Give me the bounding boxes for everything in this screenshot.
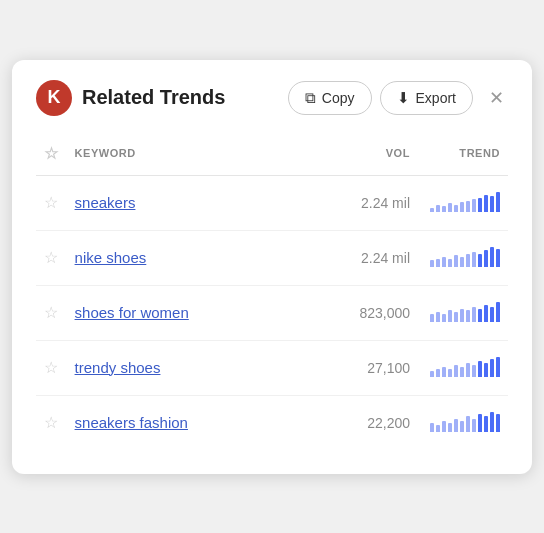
star-toggle[interactable]: ☆ (44, 414, 58, 431)
bar (430, 314, 434, 322)
card-title: Related Trends (82, 86, 225, 109)
keyword-link[interactable]: shoes for women (75, 304, 189, 321)
trend-chart (430, 355, 500, 377)
keyword-cell: shoes for women (67, 285, 318, 340)
col-header-keyword: KEYWORD (67, 136, 318, 176)
star-cell: ☆ (36, 340, 67, 395)
trend-chart (430, 245, 500, 267)
table-row: ☆shoes for women823,000 (36, 285, 508, 340)
bar (460, 367, 464, 377)
vol-cell: 823,000 (318, 285, 418, 340)
bar (496, 302, 500, 322)
star-toggle[interactable]: ☆ (44, 249, 58, 266)
copy-button[interactable]: ⧉ Copy (288, 81, 372, 115)
bar (484, 363, 488, 377)
bar (460, 202, 464, 212)
star-toggle[interactable]: ☆ (44, 194, 58, 211)
export-button[interactable]: ⬇ Export (380, 81, 473, 115)
table-row: ☆sneakers fashion22,200 (36, 395, 508, 450)
bar (496, 357, 500, 377)
bar (466, 254, 470, 267)
keyword-link[interactable]: sneakers fashion (75, 414, 188, 431)
vol-cell: 2.24 mil (318, 230, 418, 285)
keyword-cell: trendy shoes (67, 340, 318, 395)
keyword-cell: nike shoes (67, 230, 318, 285)
bar (430, 260, 434, 267)
bar (442, 421, 446, 432)
trend-cell (418, 230, 508, 285)
header-star-icon[interactable]: ☆ (44, 145, 59, 162)
star-toggle[interactable]: ☆ (44, 359, 58, 376)
bar (478, 198, 482, 212)
vol-cell: 27,100 (318, 340, 418, 395)
logo-avatar: K (36, 80, 72, 116)
bar (448, 369, 452, 377)
col-header-trend: TREND (418, 136, 508, 176)
bar (478, 254, 482, 267)
bar (466, 201, 470, 212)
bar (442, 314, 446, 322)
bar (448, 203, 452, 212)
trend-cell (418, 340, 508, 395)
trend-cell (418, 175, 508, 230)
bar (460, 421, 464, 432)
related-trends-card: K Related Trends ⧉ Copy ⬇ Export ✕ ☆ KEY… (12, 60, 532, 474)
card-header: K Related Trends ⧉ Copy ⬇ Export ✕ (36, 80, 508, 116)
bar (454, 365, 458, 377)
bar (448, 259, 452, 267)
trend-cell (418, 285, 508, 340)
star-cell: ☆ (36, 230, 67, 285)
bar (430, 208, 434, 212)
vol-cell: 2.24 mil (318, 175, 418, 230)
bar (436, 369, 440, 377)
trend-chart (430, 300, 500, 322)
bar (436, 259, 440, 267)
bar (490, 412, 494, 432)
table-row: ☆sneakers2.24 mil (36, 175, 508, 230)
bar (472, 199, 476, 212)
col-header-vol: VOL (318, 136, 418, 176)
keyword-link[interactable]: trendy shoes (75, 359, 161, 376)
bar (466, 416, 470, 432)
bar (448, 423, 452, 432)
bar (430, 423, 434, 432)
bar (448, 310, 452, 322)
bar (454, 205, 458, 212)
trend-chart (430, 190, 500, 212)
bar (442, 206, 446, 212)
bar (478, 309, 482, 322)
copy-icon: ⧉ (305, 89, 316, 107)
bar (478, 414, 482, 432)
bar (454, 255, 458, 267)
star-cell: ☆ (36, 175, 67, 230)
header-actions: ⧉ Copy ⬇ Export ✕ (288, 81, 508, 115)
bar (490, 247, 494, 267)
bar (478, 361, 482, 377)
close-button[interactable]: ✕ (485, 83, 508, 113)
bar (436, 425, 440, 432)
col-header-star: ☆ (36, 136, 67, 176)
bar (472, 307, 476, 322)
bar (496, 249, 500, 267)
star-toggle[interactable]: ☆ (44, 304, 58, 321)
bar (472, 365, 476, 377)
bar (430, 371, 434, 377)
star-cell: ☆ (36, 285, 67, 340)
bar (484, 250, 488, 267)
table-row: ☆trendy shoes27,100 (36, 340, 508, 395)
bar (484, 195, 488, 212)
bar (442, 257, 446, 267)
bar (436, 312, 440, 322)
keyword-cell: sneakers (67, 175, 318, 230)
bar (496, 192, 500, 212)
bar (442, 367, 446, 377)
trends-table: ☆ KEYWORD VOL TREND ☆sneakers2.24 mil☆ni… (36, 136, 508, 450)
keyword-link[interactable]: sneakers (75, 194, 136, 211)
bar (484, 305, 488, 322)
bar (460, 309, 464, 322)
bar (436, 205, 440, 212)
keyword-link[interactable]: nike shoes (75, 249, 147, 266)
vol-cell: 22,200 (318, 395, 418, 450)
bar (484, 416, 488, 432)
bar (490, 196, 494, 212)
